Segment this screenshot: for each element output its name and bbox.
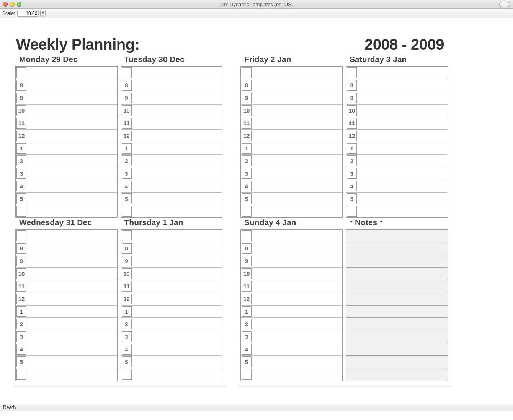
day-column: Monday 29 Dec·8910111212345·	[15, 55, 118, 218]
hour-label: 3	[347, 168, 357, 179]
hour-slot	[27, 117, 117, 129]
day-header: Sunday 4 Jan	[240, 218, 343, 229]
day-column: Saturday 3 Jan·8910111212345·	[346, 55, 448, 218]
hour-slot	[27, 193, 117, 205]
hour-row: ·	[16, 368, 117, 381]
hour-label: 1	[122, 143, 132, 154]
hour-slot	[358, 180, 448, 192]
hour-label: 9	[122, 256, 132, 266]
hour-label: 9	[242, 93, 252, 103]
day-header: Friday 2 Jan	[240, 55, 343, 66]
hour-row: 11	[241, 280, 342, 293]
hour-slot	[358, 105, 448, 117]
hour-row: 5	[241, 193, 342, 205]
hour-slot	[27, 368, 117, 381]
hour-label: 11	[16, 281, 26, 292]
grid-right: Friday 2 Jan·8910111212345·Saturday 3 Ja…	[237, 55, 451, 388]
hour-slot	[358, 193, 448, 205]
hour-row: 9	[241, 255, 342, 268]
hour-label: ·	[242, 206, 252, 217]
hour-slot	[252, 293, 342, 305]
day-table: ·8910111212345·	[240, 229, 343, 381]
hour-row: 11	[16, 280, 117, 293]
hour-row: ·	[16, 230, 117, 242]
hour-row: ·	[16, 67, 117, 79]
hour-label: 1	[347, 143, 357, 154]
hour-row: 8	[346, 79, 448, 92]
hour-label: 9	[16, 256, 26, 266]
hour-slot	[27, 318, 117, 330]
hour-label: 8	[16, 243, 26, 254]
hour-row: 2	[346, 155, 448, 167]
scale-input[interactable]	[17, 10, 39, 17]
zoom-icon[interactable]	[17, 2, 21, 7]
hour-row: 4	[241, 343, 342, 356]
hour-label: ·	[122, 206, 132, 217]
hour-label: 10	[16, 105, 26, 116]
hour-row: 12	[346, 130, 448, 142]
hour-row: 2	[121, 318, 222, 330]
hour-slot	[27, 167, 117, 180]
hour-label: 10	[122, 105, 132, 116]
note-row	[346, 229, 448, 242]
hour-slot	[252, 92, 342, 104]
hour-label: 10	[347, 105, 357, 116]
day-column: Wednesday 31 Dec·8910111212345·	[15, 218, 118, 381]
hour-slot	[27, 330, 117, 343]
hour-slot	[252, 105, 342, 117]
hour-slot	[252, 155, 342, 167]
hour-slot	[358, 130, 448, 142]
hour-row: ·	[346, 205, 448, 217]
hour-row: 8	[16, 79, 117, 92]
hour-row: 9	[241, 92, 342, 105]
scale-down-button[interactable]: ▼	[41, 14, 45, 17]
hour-row: 9	[121, 255, 222, 268]
hour-slot	[27, 242, 117, 255]
hour-row: 2	[241, 155, 342, 167]
hour-row: 5	[346, 193, 448, 205]
hour-label: 3	[122, 168, 132, 179]
hour-label: ·	[242, 369, 252, 380]
hour-row: 12	[16, 293, 117, 306]
minimize-icon[interactable]	[10, 2, 15, 7]
hour-row: 4	[16, 343, 117, 356]
hour-label: 12	[242, 131, 252, 141]
hour-row: ·	[241, 368, 342, 381]
note-row	[346, 343, 448, 355]
hour-row: 10	[241, 268, 342, 280]
hour-slot	[252, 205, 342, 217]
hour-row: 2	[241, 318, 342, 330]
hour-slot	[132, 142, 222, 155]
day-table: ·8910111212345·	[346, 66, 448, 218]
scale-up-button[interactable]: ▲	[41, 10, 45, 14]
hour-row: 1	[241, 142, 342, 155]
hour-slot	[132, 105, 222, 117]
hour-row: 8	[241, 242, 342, 255]
hour-slot	[358, 155, 448, 167]
hour-row: 10	[346, 105, 448, 117]
hour-slot	[132, 343, 222, 355]
hour-row: 11	[16, 117, 117, 130]
hour-label: 2	[122, 319, 132, 329]
hour-row: 1	[241, 306, 342, 318]
hour-slot	[27, 343, 117, 355]
hour-slot	[132, 356, 222, 368]
toolbar-toggle-pill-icon[interactable]	[499, 2, 510, 7]
hour-slot	[252, 167, 342, 180]
hour-label: 2	[242, 319, 252, 329]
hour-slot	[358, 79, 448, 92]
hour-slot	[252, 230, 342, 242]
hour-slot	[252, 280, 342, 293]
hour-row: 10	[16, 268, 117, 280]
hour-label: 11	[242, 281, 252, 292]
hour-row: ·	[346, 67, 448, 79]
hour-label: 5	[242, 356, 252, 367]
hour-label: 4	[242, 344, 252, 355]
hour-label: 11	[122, 281, 132, 292]
hour-label: 11	[347, 118, 357, 129]
hour-label: 11	[242, 118, 252, 129]
hour-slot	[132, 230, 222, 242]
close-icon[interactable]	[3, 2, 8, 7]
hour-slot	[27, 280, 117, 293]
note-row	[346, 255, 448, 267]
